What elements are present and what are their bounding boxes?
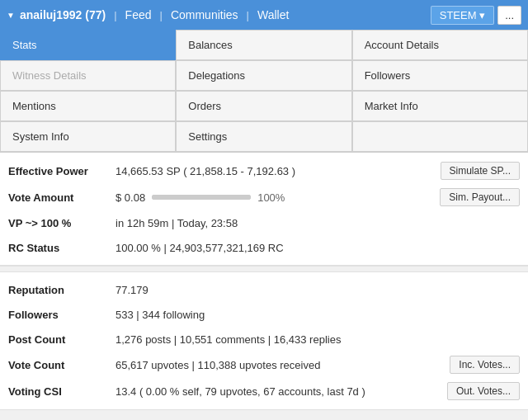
sim-payout-button[interactable]: Sim. Payout... [440, 188, 520, 206]
sim-payout-action: Sim. Payout... [440, 188, 520, 206]
followers-row: Followers 533 | 344 following [0, 302, 528, 327]
effective-power-row: Effective Power 14,665.53 SP ( 21,858.15… [0, 158, 528, 184]
menu-item-market-info[interactable]: Market Info [352, 91, 528, 121]
post-count-row: Post Count 1,276 posts | 10,551 comments… [0, 327, 528, 352]
vp-row: VP ~> 100 % in 12h 59m | Today, 23:58 [0, 210, 528, 235]
reputation-label: Reputation [8, 284, 116, 296]
menu-item-delegations[interactable]: Delegations [176, 60, 351, 91]
vote-count-value: 65,617 upvotes | 110,388 upvotes receive… [116, 359, 450, 371]
inc-votes-action: Inc. Votes... [450, 356, 520, 374]
menu-item-followers[interactable]: Followers [352, 60, 528, 91]
nav-right-controls: STEEM ▾ ... [431, 6, 521, 25]
menu-item-witness-details: Witness Details [0, 60, 176, 91]
reputation-value: 77.179 [116, 284, 520, 296]
vote-dollar-value: $ 0.08 [116, 191, 145, 204]
simulate-sp-action: Simulate SP... [441, 162, 520, 180]
power-section: Effective Power 14,665.53 SP ( 21,858.15… [0, 153, 528, 266]
out-votes-button[interactable]: Out. Votes... [447, 382, 520, 400]
separator-2: | [160, 9, 163, 21]
steem-button[interactable]: STEEM ▾ [431, 6, 494, 25]
followers-value: 533 | 344 following [116, 309, 520, 321]
stats-panel: Effective Power 14,665.53 SP ( 21,858.15… [0, 153, 528, 410]
vote-amount-container: $ 0.08 100% [116, 191, 440, 204]
effective-power-label: Effective Power [8, 165, 116, 177]
effective-power-value: 14,665.53 SP ( 21,858.15 - 7,192.63 ) [116, 165, 441, 177]
vote-amount-label: Vote Amount [8, 191, 116, 204]
menu-item-mentions[interactable]: Mentions [0, 91, 176, 121]
vote-slider-fill [152, 195, 251, 200]
post-count-label: Post Count [8, 333, 116, 346]
vote-count-row: Vote Count 65,617 upvotes | 110,388 upvo… [0, 352, 528, 378]
menu-item-account-details[interactable]: Account Details [352, 30, 528, 60]
section-divider [0, 266, 528, 272]
post-count-value: 1,276 posts | 10,551 comments | 16,433 r… [116, 333, 520, 346]
separator-3: | [247, 9, 249, 21]
menu-item-orders[interactable]: Orders [176, 91, 351, 121]
menu-item-empty [352, 121, 528, 152]
inc-votes-button[interactable]: Inc. Votes... [450, 356, 520, 374]
separator-1: | [114, 9, 116, 21]
username-text: anailuj1992 (77) [20, 8, 106, 21]
menu-item-balances[interactable]: Balances [176, 30, 351, 60]
vote-percent-value: 100% [257, 191, 285, 204]
social-section: Reputation 77.179 Followers 533 | 344 fo… [0, 272, 528, 410]
vote-amount-row: Vote Amount $ 0.08 100% Sim. Payout... [0, 184, 528, 210]
out-votes-action: Out. Votes... [447, 382, 520, 400]
menu-item-system-info[interactable]: System Info [0, 121, 176, 152]
username-display[interactable]: ▼ anailuj1992 (77) [7, 8, 106, 21]
chevron-down-icon: ▼ [7, 11, 15, 20]
menu-grid: Stats Balances Account Details Witness D… [0, 30, 528, 153]
voting-csi-value: 13.4 ( 0.00 % self, 79 upvotes, 67 accou… [116, 385, 447, 398]
vp-label: VP ~> 100 % [8, 217, 116, 229]
menu-item-settings[interactable]: Settings [176, 121, 351, 152]
rc-status-row: RC Status 100.00 % | 24,903,577,321,169 … [0, 235, 528, 260]
followers-label: Followers [8, 309, 116, 321]
rc-status-label: RC Status [8, 242, 116, 254]
vote-count-label: Vote Count [8, 359, 116, 371]
simulate-sp-button[interactable]: Simulate SP... [441, 162, 520, 180]
rc-status-value: 100.00 % | 24,903,577,321,169 RC [116, 242, 520, 254]
vote-slider[interactable] [152, 195, 251, 200]
nav-communities[interactable]: Communities [171, 8, 238, 21]
nav-feed[interactable]: Feed [125, 8, 152, 21]
top-navbar: ▼ anailuj1992 (77) | Feed | Communities … [0, 0, 528, 30]
vp-value: in 12h 59m | Today, 23:58 [116, 217, 520, 229]
more-options-button[interactable]: ... [497, 6, 521, 25]
voting-csi-row: Voting CSI 13.4 ( 0.00 % self, 79 upvote… [0, 378, 528, 404]
nav-wallet[interactable]: Wallet [257, 8, 289, 21]
reputation-row: Reputation 77.179 [0, 277, 528, 302]
menu-item-stats[interactable]: Stats [0, 30, 176, 60]
voting-csi-label: Voting CSI [8, 385, 116, 398]
